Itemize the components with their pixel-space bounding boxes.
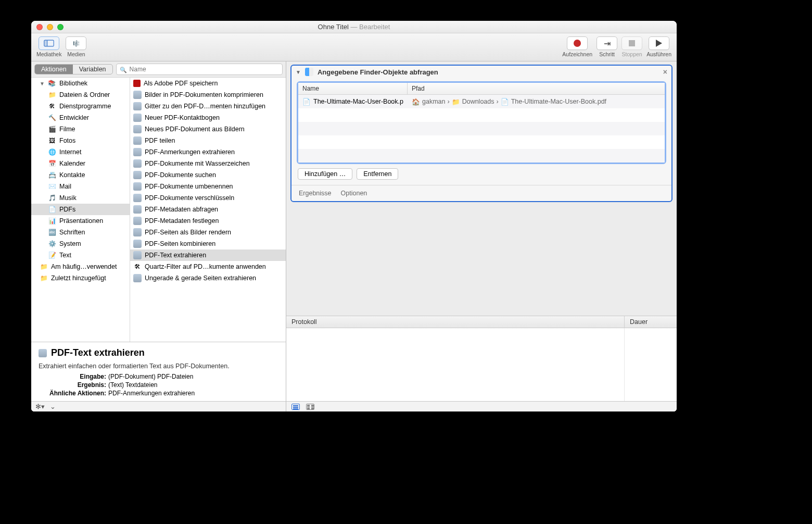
action-item[interactable]: Quartz-Filter auf PD…kumente anwenden (130, 261, 286, 272)
library-toggle-button[interactable]: Mediathek (36, 36, 61, 57)
action-item[interactable]: Neues PDF-Dokument aus Bildern (130, 123, 286, 135)
action-list[interactable]: Als Adobe PDF speichern Bilder in PDF-Do… (130, 78, 286, 342)
action-item[interactable]: Ungerade & gerade Seiten extrahieren (130, 272, 286, 284)
action-item[interactable]: PDF-Dokumente umbenennen (130, 181, 286, 192)
library-item-font[interactable]: Schriften (31, 227, 130, 238)
action-item[interactable]: Als Adobe PDF speichern (130, 78, 286, 89)
options-tab[interactable]: Optionen (341, 190, 367, 197)
action-item[interactable]: PDF-Metadaten abfragen (130, 204, 286, 215)
svg-rect-1 (44, 40, 47, 46)
action-icon (133, 125, 142, 133)
add-button[interactable]: Hinzufügen … (298, 168, 352, 180)
media-button[interactable]: 🎼 Medien (66, 36, 86, 57)
flow-view-icon[interactable] (306, 404, 314, 410)
library-item-contact[interactable]: Kontakte (31, 169, 130, 181)
library-item-photo[interactable]: Fotos (31, 135, 130, 146)
search-field[interactable] (116, 64, 283, 75)
log-column-protocol[interactable]: Protokoll (286, 316, 625, 328)
action-label: PDF-Anmerkungen extrahieren (145, 148, 235, 156)
library-item-text[interactable]: Text (31, 249, 130, 261)
folder-icon (48, 91, 56, 99)
library-item-film[interactable]: Filme (31, 123, 130, 135)
smart-folder-icon (40, 263, 48, 271)
library-item-cal[interactable]: Kalender (31, 158, 130, 169)
action-item[interactable]: Bilder in PDF-Dokumenten komprimieren (130, 89, 286, 101)
file-row-empty (298, 149, 665, 163)
workflow-pane: ▼ Angegebene Finder-Objekte abfragen × N… (286, 61, 677, 411)
minimize-icon[interactable] (47, 24, 53, 30)
smart-folder[interactable]: Am häufig…verwendet (31, 261, 130, 272)
library-item-pres[interactable]: Präsentationen (31, 215, 130, 227)
action-item[interactable]: PDF-Anmerkungen extrahieren (130, 146, 286, 158)
library-item-label: Kontakte (59, 171, 85, 179)
window-title: Ohne Titel — Bearbeitet (64, 23, 644, 31)
column-name[interactable]: Name (298, 83, 408, 94)
action-item[interactable]: PDF teilen (130, 135, 286, 146)
action-item[interactable]: PDF-Text extrahieren (130, 249, 286, 261)
action-label: PDF-Dokumente umbenennen (145, 183, 233, 190)
action-item[interactable]: Neuer PDF-Kontaktbogen (130, 112, 286, 123)
inspector-icon[interactable]: ⌄ (50, 403, 56, 410)
workflow-action-get-finder-items[interactable]: ▼ Angegebene Finder-Objekte abfragen × N… (290, 65, 673, 202)
library-item-label: Präsentationen (59, 217, 103, 224)
action-label: PDF-Metadaten festlegen (145, 217, 219, 224)
close-icon[interactable]: × (663, 68, 667, 76)
library-item-music[interactable]: Musik (31, 192, 130, 204)
action-icon (133, 171, 142, 179)
tab-actions[interactable]: Aktionen (35, 65, 73, 74)
close-icon[interactable] (36, 24, 43, 30)
action-item[interactable]: PDF-Dokumente verschlüsseln (130, 192, 286, 204)
file-row[interactable]: 📄 The-Ultimate-Mac-User-Book.p 🏠gakman ›… (298, 95, 665, 108)
pres-icon (48, 217, 56, 225)
smart-folder[interactable]: Zuletzt hinzugefügt (31, 272, 130, 284)
record-button[interactable]: Aufzeichnen (562, 36, 592, 57)
library-item-tools[interactable]: Dienstprogramme (31, 101, 130, 112)
action-label: Neuer PDF-Kontaktbogen (145, 114, 220, 121)
library-item-folder[interactable]: Dateien & Ordner (31, 89, 130, 101)
action-item[interactable]: PDF-Dokumente suchen (130, 169, 286, 181)
list-view-icon[interactable] (291, 404, 300, 410)
action-item[interactable]: PDF-Seiten als Bilder rendern (130, 227, 286, 238)
action-label: Bilder in PDF-Dokumenten komprimieren (145, 91, 263, 98)
action-icon (133, 91, 142, 99)
action-icon (133, 228, 142, 236)
tools-icon (48, 102, 56, 110)
action-item[interactable]: PDF-Dokumente mit Wasserzeichen (130, 158, 286, 169)
library-item-sys[interactable]: System (31, 238, 130, 249)
library-root[interactable]: ▼ Bibliothek (31, 78, 130, 89)
step-button[interactable]: Schritt (597, 36, 617, 57)
library-item-label: Zuletzt hinzugefügt (51, 275, 106, 282)
action-item[interactable]: PDF-Seiten kombinieren (130, 238, 286, 249)
zoom-icon[interactable] (57, 24, 64, 30)
tab-variables[interactable]: Variablen (73, 65, 112, 74)
library-categories[interactable]: ▼ Bibliothek Dateien & Ordner Dienstprog… (31, 78, 130, 342)
results-tab[interactable]: Ergebnisse (299, 190, 332, 197)
gear-menu-icon[interactable]: ✻▾ (35, 403, 45, 410)
library-tabs: Aktionen Variablen (34, 64, 113, 74)
remove-button[interactable]: Entfernen (357, 168, 398, 180)
library-item-label: Entwickler (59, 114, 89, 121)
workflow-canvas[interactable]: ▼ Angegebene Finder-Objekte abfragen × N… (286, 61, 677, 316)
library-item-mail[interactable]: Mail (31, 181, 130, 192)
action-item[interactable]: Gitter zu den PDF-D…menten hinzufügen (130, 101, 286, 112)
library-item-label: Kalender (59, 160, 85, 167)
action-title: Angegebene Finder-Objekte abfragen (318, 68, 438, 76)
column-path[interactable]: Pfad (408, 83, 429, 94)
home-icon: 🏠 (412, 98, 420, 106)
library-item-dev[interactable]: Entwickler (31, 112, 130, 123)
action-item[interactable]: PDF-Metadaten festlegen (130, 215, 286, 227)
photo-icon (48, 136, 56, 145)
action-icon (133, 251, 142, 259)
action-label: PDF-Dokumente mit Wasserzeichen (145, 160, 250, 167)
log-column-duration[interactable]: Dauer (625, 316, 677, 328)
library-item-pdf[interactable]: PDFs (31, 204, 130, 215)
file-list[interactable]: Name Pfad 📄 The-Ultimate-Mac-User-Book.p… (297, 81, 666, 164)
text-icon (48, 251, 56, 259)
run-button[interactable]: Ausführen (646, 36, 671, 57)
titlebar[interactable]: Ohne Titel — Bearbeitet (31, 21, 677, 33)
library-item-net[interactable]: Internet (31, 146, 130, 158)
file-row-empty (298, 135, 665, 149)
search-input[interactable] (130, 66, 279, 73)
action-icon (133, 274, 142, 282)
disclosure-icon[interactable]: ▼ (296, 69, 301, 75)
